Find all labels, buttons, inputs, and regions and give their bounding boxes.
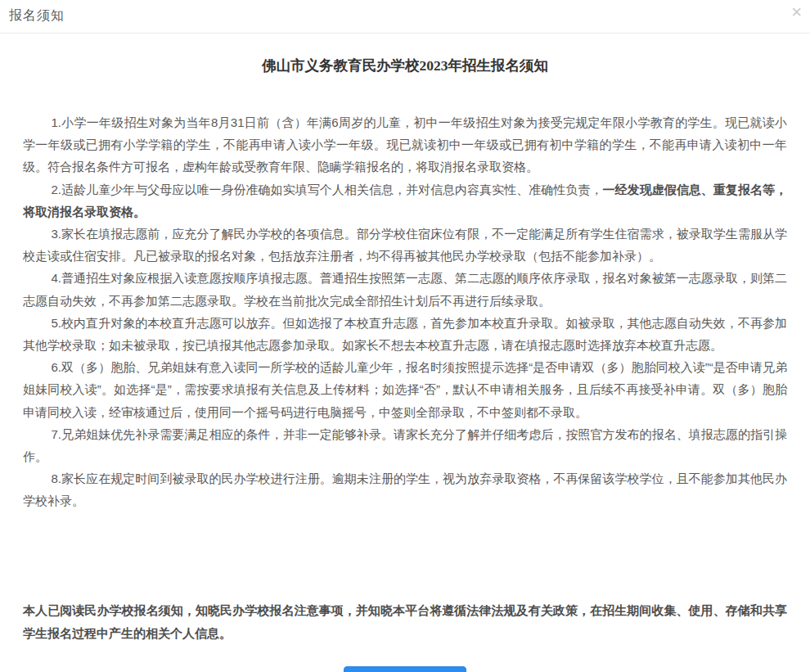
notice-paragraph-5: 5.校内直升对象的本校直升志愿可以放弃。但如选报了本校直升志愿，首先参加本校直升…: [23, 312, 787, 356]
notice-paragraph-1: 1.小学一年级招生对象为当年8月31日前（含）年满6周岁的儿童，初中一年级招生对…: [23, 111, 787, 178]
notice-paragraph-7: 7.兄弟姐妹优先补录需要满足相应的条件，并非一定能够补录。请家长充分了解并仔细考…: [23, 423, 787, 467]
notice-paragraphs: 1.小学一年级招生对象为当年8月31日前（含）年满6周岁的儿童，初中一年级招生对…: [23, 111, 787, 512]
notice-paragraph-6: 6.双（多）胞胎、兄弟姐妹有意入读同一所学校的适龄儿童少年，报名时须按照提示选择…: [23, 356, 787, 423]
button-row: 同意并进入报名: [23, 666, 787, 672]
close-icon[interactable]: ×: [791, 3, 802, 21]
dialog-body: 佛山市义务教育民办学校2023年招生报名须知 1.小学一年级招生对象为当年8月3…: [0, 56, 810, 672]
agree-and-enter-button[interactable]: 同意并进入报名: [344, 666, 466, 672]
dialog-title: 报名须知: [9, 7, 65, 25]
notice-paragraph-2: 2.适龄儿童少年与父母应以唯一身份准确如实填写个人相关信息，并对信息内容真实性、…: [23, 178, 787, 223]
consent-statement: 本人已阅读民办学校报名须知，知晓民办学校报名注意事项，并知晓本平台将遵循法律法规…: [23, 599, 787, 645]
notice-paragraph-4: 4.普通招生对象应根据入读意愿按顺序填报志愿。普通招生按照第一志愿、第二志愿的顺…: [23, 267, 787, 311]
registration-notice-dialog: 报名须知 × 佛山市义务教育民办学校2023年招生报名须知 1.小学一年级招生对…: [0, 0, 810, 672]
notice-paragraph-8: 8.家长应在规定时间到被录取的民办学校进行注册。逾期未注册的学生，视为放弃录取资…: [23, 467, 787, 512]
notice-paragraph-3: 3.家长在填报志愿前，应充分了解民办学校的各项信息。部分学校住宿床位有限，不一定…: [23, 223, 787, 267]
dialog-header: 报名须知 ×: [0, 0, 810, 34]
notice-title: 佛山市义务教育民办学校2023年招生报名须知: [23, 56, 787, 75]
